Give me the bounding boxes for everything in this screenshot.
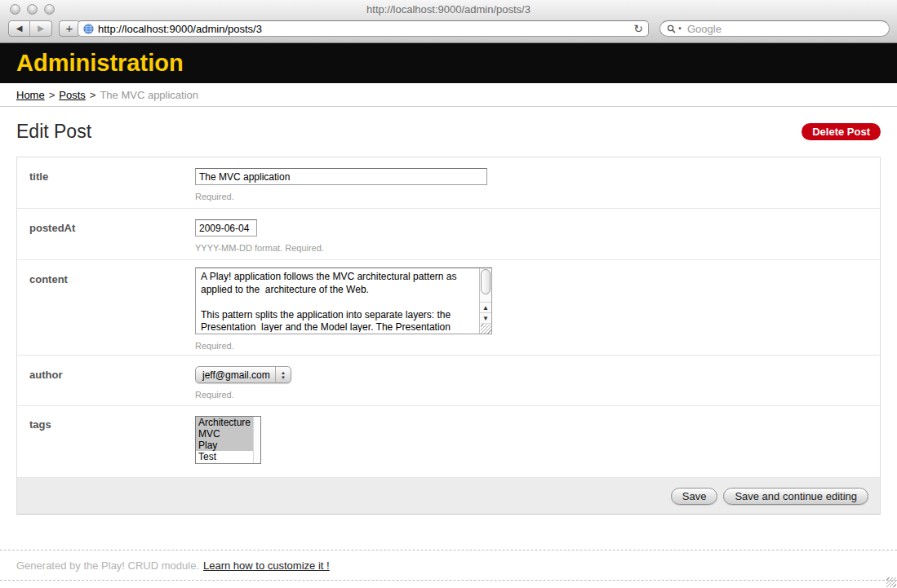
footer-text: Generated by the Play! CRUD module.	[16, 559, 199, 572]
title-field-wrap: Required.	[195, 168, 487, 208]
window-resize-grip-icon[interactable]	[886, 577, 896, 587]
footer-customize-link[interactable]: Learn how to customize it !	[203, 559, 330, 572]
back-button[interactable]: ◀	[9, 21, 30, 36]
search-placeholder: Google	[687, 23, 722, 35]
author-field-wrap: jeff@gmail.com ▲ ▼ Required.	[195, 366, 291, 405]
title-bar[interactable]: http://localhost:9000/admin/posts/3	[0, 0, 897, 19]
author-hint: Required.	[195, 390, 291, 400]
form-row-content: content A Play! application follows the …	[17, 260, 880, 356]
browser-chrome: http://localhost:9000/admin/posts/3 ◀ ▶ …	[0, 0, 897, 43]
breadcrumb-home-link[interactable]: Home	[16, 89, 45, 101]
address-bar[interactable]: http://localhost:9000/admin/posts/3 ↻	[78, 20, 649, 37]
globe-icon	[83, 24, 94, 34]
nav-buttons: ◀ ▶	[8, 20, 52, 37]
postedAt-field-wrap: YYYY-MM-DD format. Required.	[195, 219, 324, 259]
forward-icon: ▶	[38, 24, 44, 33]
page-footer: Generated by the Play! CRUD module. Lear…	[0, 550, 897, 581]
title-label: title	[29, 168, 195, 208]
content-label: content	[29, 267, 195, 355]
content-textarea[interactable]: A Play! application follows the MVC arch…	[195, 267, 492, 334]
back-icon: ◀	[16, 24, 23, 33]
search-icon	[667, 24, 676, 33]
breadcrumb-posts-link[interactable]: Posts	[59, 89, 86, 101]
postedAt-hint: YYYY-MM-DD format. Required.	[195, 243, 324, 253]
browser-window: http://localhost:9000/admin/posts/3 ◀ ▶ …	[0, 0, 897, 588]
content-text[interactable]: A Play! application follows the MVC arch…	[201, 271, 476, 332]
plus-icon: +	[66, 21, 73, 35]
window-title: http://localhost:9000/admin/posts/3	[0, 3, 897, 15]
form-row-author: author jeff@gmail.com ▲ ▼ Required.	[17, 356, 880, 406]
form-row-title: title Required.	[17, 157, 880, 209]
save-button[interactable]: Save	[671, 488, 718, 505]
tags-option[interactable]: Architecture	[196, 417, 253, 428]
delete-post-button[interactable]: Delete Post	[802, 123, 881, 140]
title-hint: Required.	[195, 192, 487, 201]
scroll-down-icon[interactable]: ▼	[480, 312, 491, 323]
tags-label: tags	[29, 416, 195, 477]
author-select[interactable]: jeff@gmail.com ▲ ▼	[195, 366, 291, 383]
select-stepper-icon: ▲ ▼	[275, 367, 291, 382]
search-field[interactable]: ▼ Google	[659, 20, 890, 37]
content-field-wrap: A Play! application follows the MVC arch…	[195, 267, 492, 355]
edit-post-form: title Required. postedAt YYYY-MM-DD form…	[16, 157, 881, 515]
form-buttons-bar: Save Save and continue editing	[17, 478, 880, 514]
scroll-up-icon[interactable]: ▲	[480, 302, 491, 312]
tags-listbox[interactable]: Architecture MVC Play Test	[195, 416, 261, 464]
author-label: author	[29, 366, 195, 405]
tags-option[interactable]: MVC	[196, 428, 253, 440]
search-options-caret-icon[interactable]: ▼	[677, 26, 682, 31]
content-hint: Required.	[195, 341, 492, 351]
app-title: Administration	[16, 50, 184, 77]
browser-toolbar: ◀ ▶ + http://localhost:9000/admin/posts/…	[0, 19, 897, 43]
breadcrumb-separator: >	[49, 89, 56, 101]
tags-scrollbar-track[interactable]	[253, 417, 260, 463]
resize-grip-icon[interactable]	[481, 323, 491, 334]
reload-icon[interactable]: ↻	[633, 21, 643, 36]
breadcrumb-separator: >	[90, 89, 96, 101]
form-row-postedAt: postedAt YYYY-MM-DD format. Required.	[17, 209, 880, 260]
tags-field-wrap: Architecture MVC Play Test	[195, 416, 261, 477]
content-scrollbar[interactable]: ▲ ▼	[479, 268, 491, 334]
postedAt-input[interactable]	[195, 219, 257, 237]
breadcrumb: Home > Posts > The MVC application	[0, 83, 897, 107]
admin-header: Administration	[0, 43, 897, 83]
main-content: Edit Post Delete Post title Required. po…	[0, 107, 897, 515]
author-selected-value: jeff@gmail.com	[196, 369, 275, 381]
save-continue-button[interactable]: Save and continue editing	[723, 488, 868, 505]
title-input[interactable]	[195, 168, 487, 185]
tags-option[interactable]: Test	[196, 451, 253, 462]
tags-option[interactable]: Play	[196, 440, 253, 451]
page-title: Edit Post	[16, 121, 91, 143]
scrollbar-thumb[interactable]	[481, 269, 491, 294]
breadcrumb-current: The MVC application	[100, 89, 198, 101]
postedAt-label: postedAt	[29, 219, 195, 259]
forward-button[interactable]: ▶	[30, 21, 51, 36]
url-text[interactable]: http://localhost:9000/admin/posts/3	[98, 23, 633, 35]
form-row-tags: tags Architecture MVC Play Test	[17, 406, 880, 478]
